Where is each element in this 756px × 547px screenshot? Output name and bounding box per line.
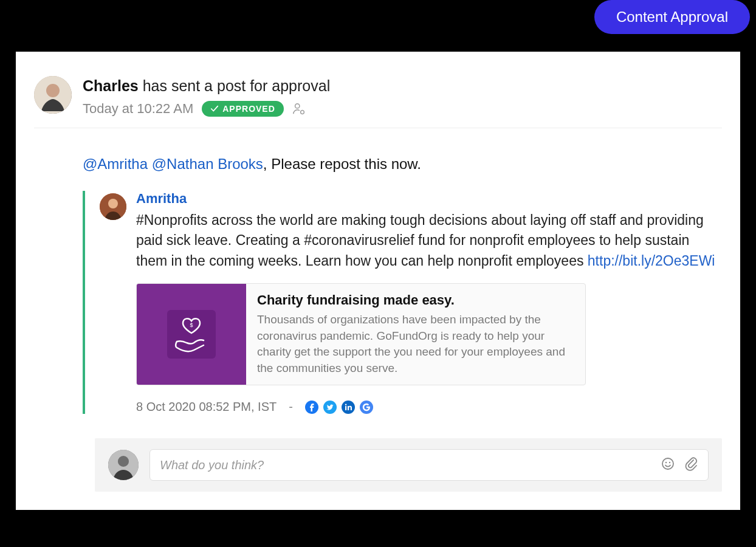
facebook-icon[interactable] <box>305 401 318 414</box>
mention-nathan[interactable]: @Nathan Brooks <box>152 156 263 172</box>
twitter-icon[interactable] <box>323 401 337 414</box>
svg-rect-11 <box>345 406 346 410</box>
sender-avatar[interactable] <box>34 76 72 114</box>
status-badge: APPROVED <box>202 101 284 117</box>
social-icons <box>305 401 373 414</box>
card-body: @Amritha @Nathan Brooks, Please repost t… <box>83 156 722 492</box>
svg-text:$: $ <box>190 322 193 328</box>
header-title: Charles has sent a post for approval <box>83 77 722 95</box>
commenter-avatar[interactable] <box>108 450 139 480</box>
post-author-name[interactable]: Amritha <box>136 191 722 207</box>
svg-point-5 <box>108 199 118 208</box>
card-header: Charles has sent a post for approval Tod… <box>34 76 722 128</box>
svg-point-17 <box>662 458 673 469</box>
comment-input-wrapper <box>149 449 709 481</box>
comment-input-icons <box>661 456 698 473</box>
header-action: has sent a post for approval <box>143 77 331 94</box>
check-icon <box>210 105 219 113</box>
link-preview-body: Charity fundraising made easy. Thousands… <box>246 284 585 385</box>
status-label: APPROVED <box>222 104 275 114</box>
content-approval-badge: Content Approval <box>594 0 750 34</box>
header-text: Charles has sent a post for approval Tod… <box>83 76 722 117</box>
instruction-text: @Amritha @Nathan Brooks, Please repost t… <box>83 156 722 173</box>
post-meta: 8 Oct 2020 08:52 PM, IST - <box>136 400 722 414</box>
svg-point-18 <box>665 462 667 463</box>
instruction-tail: , Please repost this now. <box>263 156 421 172</box>
quoted-content: Amritha #Nonprofits across the world are… <box>136 191 722 414</box>
quoted-post: Amritha #Nonprofits across the world are… <box>83 191 722 414</box>
approval-card: Charles has sent a post for approval Tod… <box>16 52 740 510</box>
post-text: #Nonprofits across the world are making … <box>136 210 722 271</box>
post-link[interactable]: http://bit.ly/2Oe3EWi <box>588 253 715 269</box>
post-timestamp: 8 Oct 2020 08:52 PM, IST <box>136 400 277 414</box>
comment-area <box>95 438 722 492</box>
svg-point-12 <box>345 404 347 405</box>
preview-title: Charity fundraising made easy. <box>257 292 574 308</box>
linkedin-icon[interactable] <box>342 401 355 414</box>
comment-input[interactable] <box>160 458 661 472</box>
google-icon[interactable] <box>360 401 373 414</box>
user-settings-icon[interactable] <box>292 102 306 115</box>
preview-description: Thousands of organizations have been imp… <box>257 312 574 376</box>
svg-point-1 <box>46 84 60 97</box>
post-author-avatar[interactable] <box>100 193 126 220</box>
header-meta: Today at 10:22 AM APPROVED <box>83 101 722 117</box>
attachment-icon[interactable] <box>684 456 698 473</box>
charity-hand-heart-icon: $ <box>137 284 246 385</box>
sender-name: Charles <box>83 77 139 94</box>
meta-separator: - <box>289 400 293 414</box>
link-preview-card[interactable]: $ Charity fundraising made easy. Thousan… <box>136 283 586 385</box>
emoji-icon[interactable] <box>661 456 675 473</box>
mention-amritha[interactable]: @Amritha <box>83 156 148 172</box>
svg-point-19 <box>669 462 670 463</box>
header-timestamp: Today at 10:22 AM <box>83 101 193 117</box>
svg-point-2 <box>295 104 299 108</box>
svg-point-16 <box>118 456 129 467</box>
